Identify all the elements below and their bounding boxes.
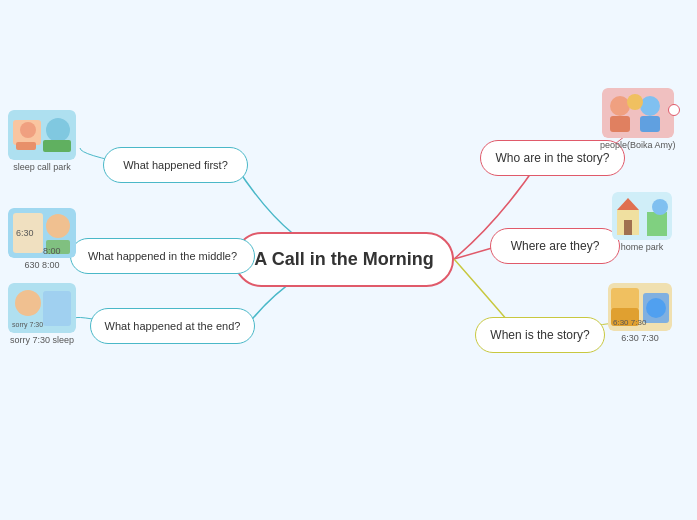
img-home-park: home park — [612, 192, 672, 252]
where-label: Where are they? — [511, 239, 600, 253]
first-label: What happened first? — [123, 159, 228, 171]
img-630-730-label: 6:30 7:30 — [621, 333, 659, 343]
svg-rect-30 — [611, 288, 639, 310]
svg-point-3 — [46, 118, 70, 142]
img-people-label: people(Boika Amy) — [600, 140, 676, 150]
img-sorry-730: sorry 7:30 sorry 7:30 sleep — [8, 283, 76, 345]
svg-rect-15 — [43, 291, 71, 326]
svg-text:8:00: 8:00 — [43, 246, 61, 256]
svg-rect-27 — [647, 212, 667, 236]
svg-point-18 — [610, 96, 630, 116]
who-label: Who are in the story? — [495, 151, 609, 165]
svg-rect-19 — [610, 116, 630, 132]
img-sleep-park: sleep call park — [8, 110, 76, 172]
svg-text:6:30 7:30: 6:30 7:30 — [613, 318, 647, 327]
where-node[interactable]: Where are they? — [490, 228, 620, 264]
svg-point-14 — [15, 290, 41, 316]
svg-text:6:30: 6:30 — [16, 228, 34, 238]
svg-point-33 — [646, 298, 666, 318]
svg-rect-26 — [624, 220, 632, 235]
img-people: people(Boika Amy) — [600, 88, 676, 150]
svg-point-22 — [627, 94, 643, 110]
img-sleep-park-label: sleep call park — [13, 162, 71, 172]
img-630-800: 6:30 8:00 630 8:00 — [8, 208, 76, 270]
end-node[interactable]: What happened at the end? — [90, 308, 255, 344]
svg-text:sorry 7:30: sorry 7:30 — [12, 321, 43, 329]
when-node[interactable]: When is the story? — [475, 317, 605, 353]
central-node[interactable]: A Call in the Morning — [234, 232, 454, 287]
img-home-park-label: home park — [621, 242, 664, 252]
svg-rect-4 — [43, 140, 71, 152]
svg-point-5 — [20, 122, 36, 138]
img-630-730: 6:30 7:30 6:30 7:30 — [608, 283, 672, 343]
svg-point-28 — [652, 199, 668, 215]
img-630-800-label: 630 8:00 — [24, 260, 59, 270]
middle-node[interactable]: What happened in the middle? — [70, 238, 255, 274]
img-sorry-730-label: sorry 7:30 sleep — [10, 335, 74, 345]
svg-rect-21 — [640, 116, 660, 132]
first-node[interactable]: What happened first? — [103, 147, 248, 183]
svg-point-20 — [640, 96, 660, 116]
end-label: What happened at the end? — [105, 320, 241, 332]
svg-rect-6 — [16, 142, 36, 150]
svg-point-9 — [46, 214, 70, 238]
middle-label: What happened in the middle? — [88, 250, 237, 262]
when-label: When is the story? — [490, 328, 589, 342]
